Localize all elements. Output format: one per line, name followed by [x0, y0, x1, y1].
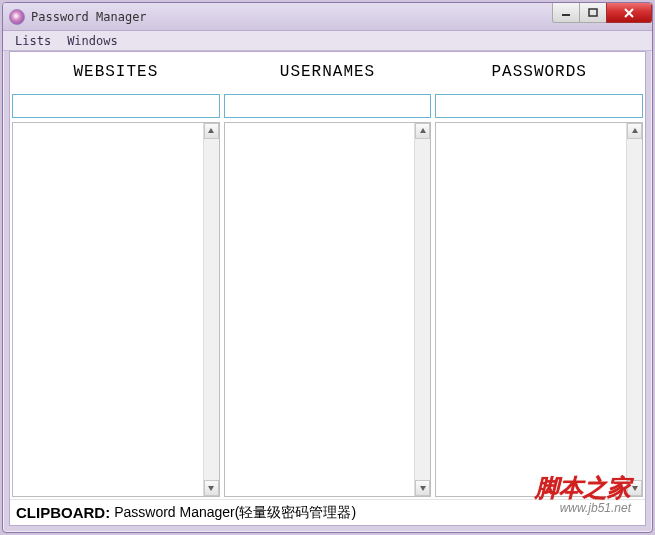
chevron-down-icon — [207, 484, 215, 492]
scroll-down-button[interactable] — [415, 480, 430, 496]
titlebar[interactable]: Password Manager — [3, 3, 652, 31]
usernames-listbox[interactable] — [224, 122, 432, 497]
usernames-input[interactable] — [224, 94, 432, 118]
app-icon — [9, 9, 25, 25]
scrollbar[interactable] — [414, 123, 430, 496]
menubar: Lists Windows — [3, 31, 652, 51]
minimize-icon — [561, 8, 571, 18]
client-area: WEBSITES USERNAMES PASSWORDS — [9, 51, 646, 526]
svg-marker-7 — [420, 486, 426, 491]
svg-rect-1 — [589, 9, 597, 16]
maximize-icon — [588, 8, 598, 18]
clipboard-value: Password Manager(轻量级密码管理器) — [114, 504, 356, 522]
chevron-down-icon — [419, 484, 427, 492]
column-headers: WEBSITES USERNAMES PASSWORDS — [10, 52, 645, 92]
chevron-down-icon — [631, 484, 639, 492]
window-title: Password Manager — [31, 10, 147, 24]
menu-lists[interactable]: Lists — [7, 33, 59, 49]
svg-marker-6 — [420, 128, 426, 133]
close-icon — [623, 7, 635, 19]
scroll-track[interactable] — [415, 139, 430, 480]
list-row — [10, 120, 645, 499]
minimize-button[interactable] — [552, 3, 580, 23]
passwords-input[interactable] — [435, 94, 643, 118]
chevron-up-icon — [419, 127, 427, 135]
websites-listbox[interactable] — [12, 122, 220, 497]
scroll-track[interactable] — [627, 139, 642, 480]
svg-marker-8 — [632, 128, 638, 133]
chevron-up-icon — [631, 127, 639, 135]
scroll-up-button[interactable] — [627, 123, 642, 139]
svg-marker-9 — [632, 486, 638, 491]
app-window: Password Manager Lists Windows WEBSITES … — [2, 2, 653, 533]
scroll-down-button[interactable] — [204, 480, 219, 496]
scrollbar[interactable] — [626, 123, 642, 496]
scrollbar[interactable] — [203, 123, 219, 496]
menu-windows[interactable]: Windows — [59, 33, 126, 49]
scroll-down-button[interactable] — [627, 480, 642, 496]
header-websites: WEBSITES — [10, 52, 222, 92]
svg-marker-5 — [208, 486, 214, 491]
header-passwords: PASSWORDS — [433, 52, 645, 92]
chevron-up-icon — [207, 127, 215, 135]
input-row — [10, 92, 645, 120]
scroll-up-button[interactable] — [415, 123, 430, 139]
clipboard-label: CLIPBOARD: — [16, 504, 110, 521]
passwords-listbox[interactable] — [435, 122, 643, 497]
websites-input[interactable] — [12, 94, 220, 118]
maximize-button[interactable] — [579, 3, 607, 23]
statusbar: CLIPBOARD: Password Manager(轻量级密码管理器) — [10, 499, 645, 525]
header-usernames: USERNAMES — [222, 52, 434, 92]
scroll-up-button[interactable] — [204, 123, 219, 139]
scroll-track[interactable] — [204, 139, 219, 480]
close-button[interactable] — [606, 3, 652, 23]
window-controls — [553, 3, 652, 23]
svg-marker-4 — [208, 128, 214, 133]
